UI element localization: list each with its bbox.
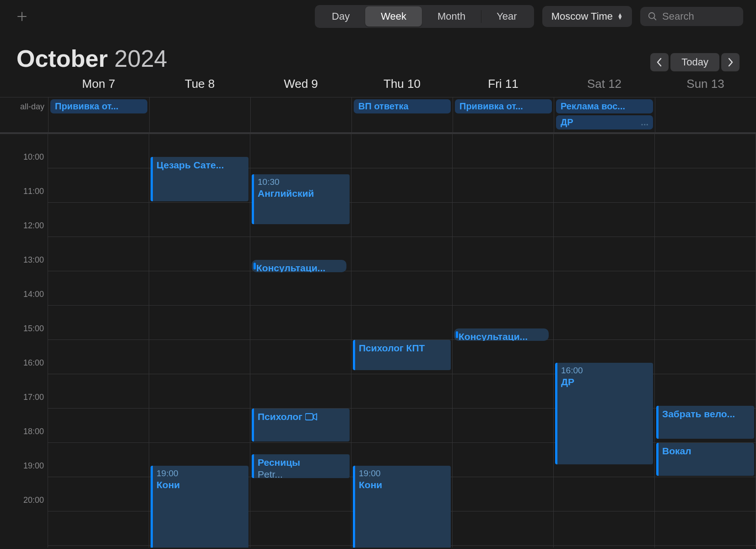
event-grid[interactable]: Цезарь Сате...19:00Кони10:30АнглийскийКо… [48,134,756,548]
day-column[interactable] [48,134,149,548]
day-column[interactable]: 16:00ДР [554,134,655,548]
day-header-row: Mon 7Tue 8Wed 9Thu 10Fri 11Sat 12Sun 13 [0,77,756,97]
day-column[interactable]: Цезарь Сате...19:00Кони [149,134,250,548]
calendar-event[interactable]: Забрать вело... [656,406,754,439]
day-column[interactable]: 10:30АнглийскийКонсультаци...ПсихологРес… [250,134,351,548]
today-button[interactable]: Today [670,53,719,71]
time-label: 16:00 [23,358,44,368]
view-segmented-control: Day Week Month Year [315,5,534,28]
day-column[interactable]: Забрать вело...Вокал [655,134,756,548]
day-header[interactable]: Mon 7 [48,77,149,91]
calendar-event[interactable]: Психолог КПТ [353,340,451,370]
allday-column[interactable]: Прививка от... [48,97,149,132]
calendar-event[interactable]: Ресницы Petr... [252,454,350,479]
add-event-button[interactable] [13,7,31,26]
calendar-event[interactable]: Цезарь Сате... [151,157,248,201]
timezone-select[interactable]: Moscow Time ▲▼ [542,6,632,27]
calendar-grid: 10:0011:0012:0013:0014:0015:0016:0017:00… [0,134,756,548]
calendar-event[interactable]: Вокал [656,443,754,476]
allday-column[interactable] [250,97,351,132]
day-header[interactable]: Sun 13 [655,77,756,91]
time-label: 10:00 [23,152,44,162]
next-week-button[interactable] [721,53,740,71]
allday-event[interactable]: Реклама вос... [556,99,653,113]
time-gutter: 10:0011:0012:0013:0014:0015:0016:0017:00… [0,134,48,548]
title-month: October [16,45,108,72]
calendar-event[interactable]: 10:30Английский [252,174,350,225]
calendar-event[interactable]: 16:00ДР [555,363,653,464]
allday-column[interactable]: ВП ответка [351,97,453,132]
allday-event[interactable]: ДР... [556,115,653,129]
allday-event[interactable]: Прививка от... [455,99,552,113]
day-header[interactable]: Wed 9 [250,77,351,91]
chevron-right-icon [727,58,734,67]
calendar-event[interactable]: 19:00Кони [151,466,248,548]
calendar-event[interactable]: Консультаци... [454,328,549,341]
prev-week-button[interactable] [650,53,669,71]
week-nav: Today [650,53,740,71]
view-day[interactable]: Day [316,6,365,27]
video-icon [305,413,317,421]
time-label: 17:00 [23,393,44,402]
page-title: October 2024 [16,45,167,72]
view-month[interactable]: Month [422,6,481,27]
day-column[interactable]: Консультаци... [453,134,554,548]
allday-column[interactable]: Прививка от... [453,97,554,132]
time-label: 19:00 [23,461,44,471]
time-label: 12:00 [23,221,44,231]
day-header[interactable]: Tue 8 [149,77,250,91]
chevron-updown-icon: ▲▼ [617,13,623,20]
view-year[interactable]: Year [481,6,532,27]
time-label: 14:00 [23,290,44,299]
allday-event[interactable]: Прививка от... [50,99,147,113]
time-label: 20:00 [23,495,44,505]
day-header[interactable]: Fri 11 [453,77,554,91]
chevron-left-icon [656,58,663,67]
time-label: 13:00 [23,255,44,265]
allday-column[interactable] [655,97,756,132]
time-label: 15:00 [23,324,44,334]
allday-row: all-day Прививка от...ВП ответкаПрививка… [0,97,756,134]
time-label: 18:00 [23,427,44,436]
day-header[interactable]: Sat 12 [554,77,655,91]
search-box[interactable]: Search [640,7,743,26]
search-placeholder: Search [662,11,694,22]
day-header[interactable]: Thu 10 [351,77,453,91]
time-label: 11:00 [23,187,44,196]
svg-rect-1 [305,414,313,420]
calendar-event[interactable]: Психолог [252,409,350,441]
calendar-event[interactable]: 19:00Кони [353,466,451,548]
calendar-event[interactable]: Консультаци... [252,260,346,272]
timezone-label: Moscow Time [551,11,613,22]
search-icon [648,11,658,22]
allday-event[interactable]: ВП ответка [354,99,451,113]
allday-label: all-day [0,97,48,132]
title-year: 2024 [114,45,167,72]
allday-column[interactable]: Реклама вос...ДР... [554,97,655,132]
allday-column[interactable] [149,97,250,132]
view-week[interactable]: Week [365,6,422,27]
day-column[interactable]: Психолог КПТ19:00Кони [351,134,453,548]
